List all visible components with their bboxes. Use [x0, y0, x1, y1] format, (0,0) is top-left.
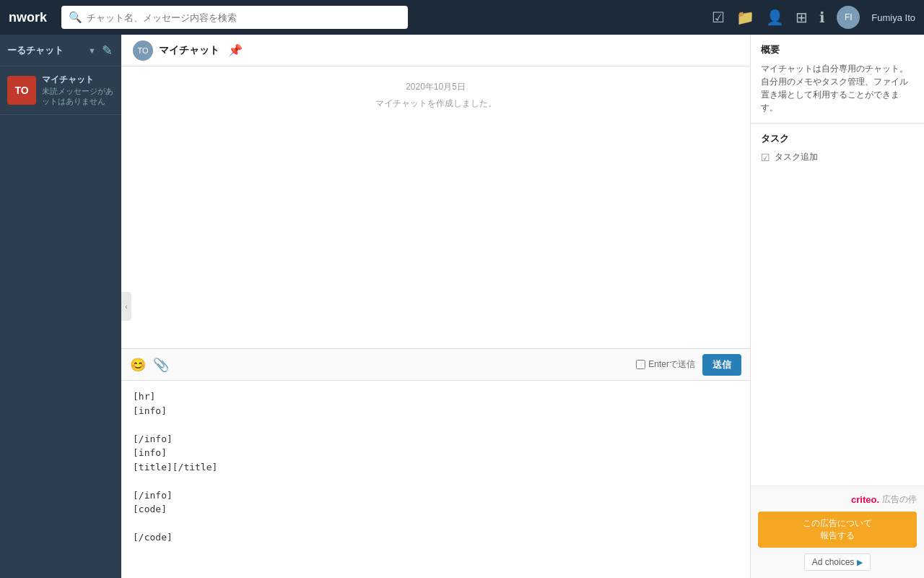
- task-section: タスク ☑ タスク追加: [751, 124, 924, 172]
- message-textarea[interactable]: [hr] [info] [/info] [info] [title][/titl…: [121, 381, 750, 576]
- summary-title: 概要: [761, 43, 914, 56]
- apps-icon[interactable]: ⊞: [796, 9, 808, 26]
- attach-icon[interactable]: 📎: [153, 357, 169, 373]
- ad-brand: criteo. 広告の停: [758, 493, 917, 506]
- chat-name: マイチャット: [42, 74, 113, 86]
- ad-choices-label: Ad choices: [812, 557, 855, 567]
- sidebar-collapse-handle[interactable]: ‹: [121, 292, 131, 321]
- create-chat-button[interactable]: ✎: [100, 41, 114, 60]
- topbar: nwork 🔍 ☑ 📁 👤 ⊞ ℹ FI Fumiya Ito: [0, 0, 924, 35]
- emoji-icon[interactable]: 😊: [130, 357, 146, 373]
- task-section-title: タスク: [761, 132, 914, 145]
- right-panel: 概要 マイチャットは自分専用のチャット。自分用のメモやタスク管理、ファイル置き場…: [751, 35, 924, 578]
- summary-body: マイチャットは自分専用のチャット。自分用のメモやタスク管理、ファイル置き場として…: [761, 62, 914, 114]
- sidebar-header: ーるチャット ▼ ✎: [0, 35, 121, 66]
- contacts-icon[interactable]: 👤: [766, 9, 784, 26]
- ad-choices-icon: ▶: [857, 558, 863, 567]
- task-add-button[interactable]: ☑ タスク追加: [761, 151, 914, 163]
- chevron-down-icon[interactable]: ▼: [88, 46, 96, 55]
- topbar-icons: ☑ 📁 👤 ⊞ ℹ FI Fumiya Ito: [712, 6, 915, 29]
- pin-icon[interactable]: 📌: [228, 43, 243, 57]
- summary-section: 概要 マイチャットは自分専用のチャット。自分用のメモやタスク管理、ファイル置き場…: [751, 35, 924, 124]
- enter-send-text: Enterで送信: [648, 358, 695, 371]
- ad-choices-button[interactable]: Ad choices ▶: [804, 553, 871, 571]
- chat-avatar: TO: [7, 76, 36, 105]
- tasks-icon[interactable]: ☑: [712, 9, 725, 26]
- sidebar-item-mychat[interactable]: TO マイチャット 未読メッセージがあ ットはありません: [0, 66, 121, 115]
- sidebar: ーるチャット ▼ ✎ TO マイチャット 未読メッセージがあ ットはありません: [0, 35, 121, 578]
- send-button[interactable]: 送信: [702, 354, 741, 376]
- chat-area: TO マイチャット 📌 2020年10月5日 マイチャットを作成しました。 😊 …: [121, 35, 751, 578]
- ad-report-button[interactable]: この広告について 報告する: [758, 512, 917, 548]
- date-label: 2020年10月5日: [406, 81, 466, 93]
- ad-brand-suffix: 広告の停: [882, 493, 917, 506]
- username: Fumiya Ito: [871, 12, 915, 23]
- chat-info: マイチャット 未読メッセージがあ ットはありません: [42, 74, 113, 107]
- message-input-area: [hr] [info] [/info] [info] [title][/titl…: [121, 380, 750, 578]
- app-logo: nwork: [9, 10, 47, 25]
- chat-header: TO マイチャット 📌: [121, 35, 750, 66]
- info-icon[interactable]: ℹ: [819, 9, 825, 26]
- enter-send-toggle[interactable]: Enterで送信: [636, 358, 695, 371]
- files-icon[interactable]: 📁: [736, 9, 754, 26]
- chat-header-avatar: TO: [133, 40, 153, 61]
- avatar[interactable]: FI: [837, 6, 860, 29]
- search-icon: 🔍: [69, 11, 82, 24]
- search-input[interactable]: [87, 12, 401, 23]
- sidebar-title: ーるチャット: [7, 44, 84, 57]
- chat-status: 未読メッセージがあ ットはありません: [42, 86, 113, 107]
- system-message: マイチャットを作成しました。: [375, 98, 497, 110]
- task-add-label: タスク追加: [775, 151, 818, 163]
- chat-messages: 2020年10月5日 マイチャットを作成しました。: [121, 66, 750, 348]
- search-bar[interactable]: 🔍: [61, 6, 408, 29]
- ad-area: criteo. 広告の停 この広告について 報告する Ad choices ▶: [751, 486, 924, 578]
- input-toolbar: 😊 📎 Enterで送信 送信: [121, 348, 750, 380]
- task-add-icon: ☑: [761, 152, 770, 163]
- enter-send-checkbox[interactable]: [636, 360, 645, 369]
- chat-header-title: マイチャット: [159, 44, 219, 57]
- ad-brand-logo: criteo.: [851, 494, 879, 505]
